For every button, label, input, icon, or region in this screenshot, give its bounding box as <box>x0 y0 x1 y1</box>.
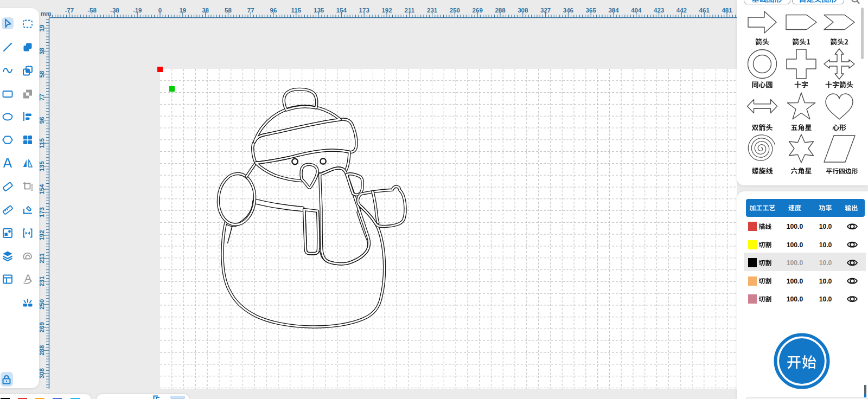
svg-text:10.0: 10.0 <box>819 223 832 230</box>
svg-text:100.0: 100.0 <box>787 241 803 249</box>
svg-text:10.0: 10.0 <box>819 278 832 285</box>
svg-text:10.0: 10.0 <box>819 295 832 303</box>
svg-text:10.0: 10.0 <box>819 259 832 267</box>
svg-text:100.0: 100.0 <box>787 223 803 230</box>
svg-text:100.0: 100.0 <box>787 278 803 285</box>
svg-text:100.0: 100.0 <box>787 295 803 303</box>
svg-text:10.0: 10.0 <box>819 241 832 249</box>
svg-text:100.0: 100.0 <box>787 259 803 267</box>
